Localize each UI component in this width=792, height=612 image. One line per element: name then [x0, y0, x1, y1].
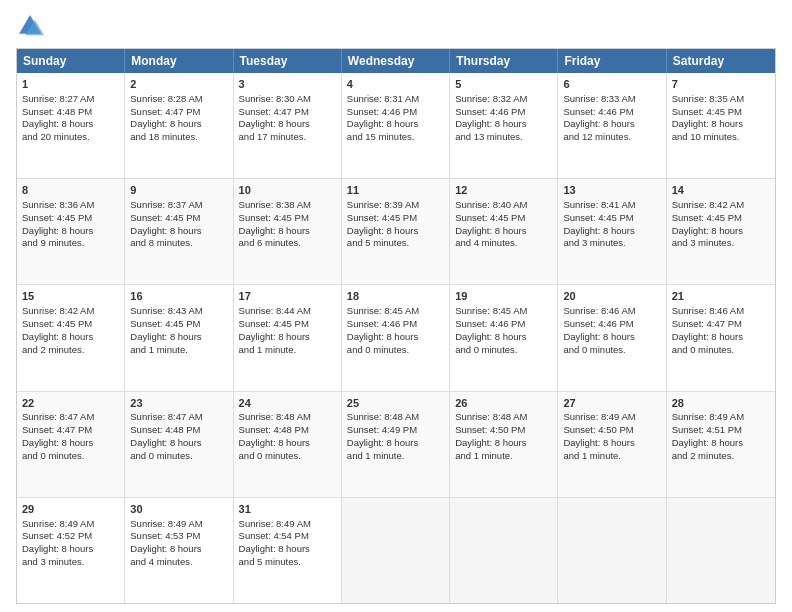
page: SundayMondayTuesdayWednesdayThursdayFrid… [0, 0, 792, 612]
cell-line: Sunset: 4:45 PM [563, 212, 660, 225]
calendar-cell [342, 498, 450, 603]
calendar-row-5: 29Sunrise: 8:49 AMSunset: 4:52 PMDayligh… [17, 497, 775, 603]
cell-line: Daylight: 8 hours [22, 437, 119, 450]
cell-line: Daylight: 8 hours [347, 437, 444, 450]
calendar-cell: 1Sunrise: 8:27 AMSunset: 4:48 PMDaylight… [17, 73, 125, 178]
cell-line: Sunset: 4:48 PM [22, 106, 119, 119]
cell-line: and 6 minutes. [239, 237, 336, 250]
cell-line: Sunrise: 8:31 AM [347, 93, 444, 106]
cell-line: Sunrise: 8:30 AM [239, 93, 336, 106]
cell-line: Sunrise: 8:44 AM [239, 305, 336, 318]
cell-line: and 0 minutes. [130, 450, 227, 463]
day-number: 30 [130, 502, 227, 517]
cell-line: Sunrise: 8:33 AM [563, 93, 660, 106]
day-number: 16 [130, 289, 227, 304]
cell-line: Sunset: 4:46 PM [347, 318, 444, 331]
calendar-cell [450, 498, 558, 603]
calendar-cell: 31Sunrise: 8:49 AMSunset: 4:54 PMDayligh… [234, 498, 342, 603]
calendar-row-2: 8Sunrise: 8:36 AMSunset: 4:45 PMDaylight… [17, 178, 775, 284]
day-number: 3 [239, 77, 336, 92]
cell-line: Sunrise: 8:48 AM [347, 411, 444, 424]
day-number: 15 [22, 289, 119, 304]
cell-line: Sunrise: 8:35 AM [672, 93, 770, 106]
cell-line: Sunset: 4:46 PM [455, 106, 552, 119]
cell-line: and 3 minutes. [563, 237, 660, 250]
day-number: 23 [130, 396, 227, 411]
calendar-cell: 12Sunrise: 8:40 AMSunset: 4:45 PMDayligh… [450, 179, 558, 284]
cell-line: Sunset: 4:54 PM [239, 530, 336, 543]
cell-line: and 17 minutes. [239, 131, 336, 144]
header-day-monday: Monday [125, 49, 233, 73]
cell-line: and 0 minutes. [22, 450, 119, 463]
cell-line: Sunrise: 8:45 AM [455, 305, 552, 318]
cell-line: Daylight: 8 hours [22, 331, 119, 344]
cell-line: and 8 minutes. [130, 237, 227, 250]
cell-line: and 2 minutes. [672, 450, 770, 463]
cell-line: Sunset: 4:47 PM [130, 106, 227, 119]
calendar-cell: 14Sunrise: 8:42 AMSunset: 4:45 PMDayligh… [667, 179, 775, 284]
calendar-cell: 5Sunrise: 8:32 AMSunset: 4:46 PMDaylight… [450, 73, 558, 178]
day-number: 9 [130, 183, 227, 198]
calendar-header: SundayMondayTuesdayWednesdayThursdayFrid… [17, 49, 775, 73]
cell-line: Sunrise: 8:32 AM [455, 93, 552, 106]
cell-line: and 10 minutes. [672, 131, 770, 144]
calendar-cell: 20Sunrise: 8:46 AMSunset: 4:46 PMDayligh… [558, 285, 666, 390]
header-day-wednesday: Wednesday [342, 49, 450, 73]
cell-line: Daylight: 8 hours [563, 331, 660, 344]
cell-line: and 0 minutes. [672, 344, 770, 357]
cell-line: Daylight: 8 hours [130, 225, 227, 238]
cell-line: Daylight: 8 hours [22, 118, 119, 131]
calendar-row-1: 1Sunrise: 8:27 AMSunset: 4:48 PMDaylight… [17, 73, 775, 178]
calendar-cell: 9Sunrise: 8:37 AMSunset: 4:45 PMDaylight… [125, 179, 233, 284]
cell-line: and 4 minutes. [455, 237, 552, 250]
cell-line: Sunrise: 8:36 AM [22, 199, 119, 212]
cell-line: and 5 minutes. [347, 237, 444, 250]
calendar-cell [667, 498, 775, 603]
cell-line: Daylight: 8 hours [455, 331, 552, 344]
cell-line: and 3 minutes. [672, 237, 770, 250]
cell-line: Sunrise: 8:37 AM [130, 199, 227, 212]
cell-line: Sunrise: 8:49 AM [563, 411, 660, 424]
cell-line: Sunset: 4:45 PM [672, 212, 770, 225]
cell-line: Sunset: 4:45 PM [455, 212, 552, 225]
cell-line: Daylight: 8 hours [563, 225, 660, 238]
cell-line: and 0 minutes. [239, 450, 336, 463]
cell-line: Daylight: 8 hours [130, 543, 227, 556]
cell-line: Daylight: 8 hours [455, 118, 552, 131]
cell-line: Sunrise: 8:46 AM [563, 305, 660, 318]
cell-line: Sunset: 4:45 PM [130, 318, 227, 331]
header-day-thursday: Thursday [450, 49, 558, 73]
cell-line: Sunrise: 8:43 AM [130, 305, 227, 318]
day-number: 24 [239, 396, 336, 411]
cell-line: and 3 minutes. [22, 556, 119, 569]
calendar-cell: 23Sunrise: 8:47 AMSunset: 4:48 PMDayligh… [125, 392, 233, 497]
calendar-body: 1Sunrise: 8:27 AMSunset: 4:48 PMDaylight… [17, 73, 775, 603]
calendar-cell: 15Sunrise: 8:42 AMSunset: 4:45 PMDayligh… [17, 285, 125, 390]
cell-line: and 13 minutes. [455, 131, 552, 144]
calendar-cell: 29Sunrise: 8:49 AMSunset: 4:52 PMDayligh… [17, 498, 125, 603]
logo-icon [16, 12, 44, 40]
cell-line: Daylight: 8 hours [563, 437, 660, 450]
day-number: 8 [22, 183, 119, 198]
cell-line: Sunrise: 8:48 AM [455, 411, 552, 424]
cell-line: Daylight: 8 hours [347, 331, 444, 344]
cell-line: and 12 minutes. [563, 131, 660, 144]
cell-line: Sunrise: 8:41 AM [563, 199, 660, 212]
calendar-cell: 26Sunrise: 8:48 AMSunset: 4:50 PMDayligh… [450, 392, 558, 497]
cell-line: Daylight: 8 hours [22, 543, 119, 556]
calendar-cell: 2Sunrise: 8:28 AMSunset: 4:47 PMDaylight… [125, 73, 233, 178]
day-number: 22 [22, 396, 119, 411]
cell-line: and 2 minutes. [22, 344, 119, 357]
calendar-cell: 8Sunrise: 8:36 AMSunset: 4:45 PMDaylight… [17, 179, 125, 284]
cell-line: Daylight: 8 hours [130, 331, 227, 344]
header-day-sunday: Sunday [17, 49, 125, 73]
cell-line: Sunset: 4:45 PM [239, 212, 336, 225]
calendar-cell [558, 498, 666, 603]
cell-line: and 1 minute. [130, 344, 227, 357]
day-number: 5 [455, 77, 552, 92]
cell-line: Sunrise: 8:49 AM [130, 518, 227, 531]
cell-line: Daylight: 8 hours [347, 225, 444, 238]
day-number: 10 [239, 183, 336, 198]
cell-line: Sunset: 4:45 PM [22, 212, 119, 225]
cell-line: Sunset: 4:46 PM [347, 106, 444, 119]
